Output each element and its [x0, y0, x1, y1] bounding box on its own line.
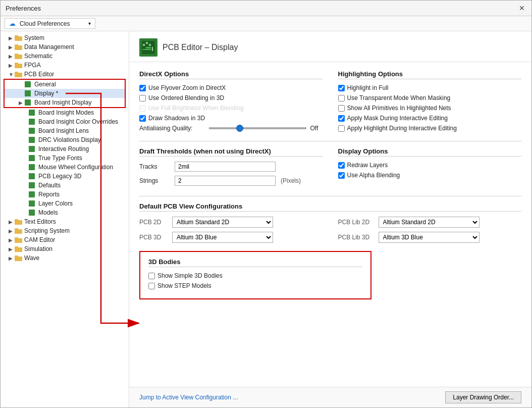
ordered-blending-label[interactable]: Use Ordered Blending in 3D: [148, 94, 224, 101]
option-row-apply-mask: Apply Mask During Interactive Editing: [338, 115, 522, 122]
sidebar-item-system[interactable]: ▶ System: [1, 33, 129, 42]
cloud-icon: ☁: [9, 20, 16, 27]
display-options-title: Display Options: [338, 147, 522, 157]
jump-to-view-link[interactable]: Jump to Active View Configuration ...: [139, 394, 238, 401]
pcb-editor-icon: [139, 38, 157, 57]
sidebar-item-wave[interactable]: ▶ Wave: [1, 253, 129, 263]
sidebar-label: Simulation: [24, 245, 52, 252]
tracks-input[interactable]: [175, 162, 276, 172]
sidebar-item-cam-editor[interactable]: ▶ CAM Editor: [1, 235, 129, 244]
apply-mask-label[interactable]: Apply Mask During Interactive Editing: [347, 115, 448, 122]
sidebar-label: Mouse Wheel Configuration: [38, 164, 113, 171]
apply-highlight-label[interactable]: Apply Highlight During Interactive Editi…: [347, 125, 457, 132]
apply-highlight-checkbox[interactable]: [338, 125, 345, 132]
show-all-primitives-label[interactable]: Show All Primitives In Highlighted Nets: [347, 105, 451, 112]
layer-drawing-order-button[interactable]: Layer Drawing Order...: [445, 391, 521, 403]
antialiasing-slider[interactable]: [209, 127, 306, 129]
pcb-3d-select[interactable]: Altium 3D Blue Altium 3D Black: [172, 232, 273, 243]
strings-input[interactable]: [175, 176, 276, 186]
alpha-blending-label[interactable]: Use Alpha Blending: [347, 172, 400, 179]
draft-section: Draft Thresholds (when not using DirectX…: [139, 147, 323, 190]
show-step-models-label[interactable]: Show STEP Models: [157, 282, 211, 289]
svg-rect-25: [143, 49, 151, 50]
sidebar-item-display[interactable]: ▶ Display *: [5, 89, 125, 98]
alpha-blending-checkbox[interactable]: [338, 172, 345, 179]
show-step-models-checkbox[interactable]: [148, 283, 155, 289]
sidebar-item-schematic[interactable]: ▶ Schematic: [1, 52, 129, 61]
pcb-view-right: PCB Lib 2D Altium Standard 2D Altium Sta…: [338, 217, 522, 247]
expand-arrow: ▶: [9, 237, 15, 243]
pcb-lib-2d-select[interactable]: Altium Standard 2D Altium Standard 3D: [379, 217, 480, 228]
sidebar-item-mouse-wheel[interactable]: ▶ Mouse Wheel Configuration: [1, 163, 129, 172]
option-row-ordered-blending: Use Ordered Blending in 3D: [139, 94, 323, 101]
sidebar-item-pcb-editor[interactable]: ▼ PCB Editor: [1, 70, 129, 79]
sidebar-item-true-type-fonts[interactable]: ▶ True Type Fonts: [1, 154, 129, 163]
show-all-primitives-checkbox[interactable]: [338, 105, 345, 112]
cloud-preferences-dropdown[interactable]: ☁ Cloud Preferences ▾: [5, 18, 95, 29]
item-icon: [29, 155, 37, 162]
preferences-window: Preferences ✕ ☁ Cloud Preferences ▾ ▶ Sy…: [0, 0, 532, 408]
folder-icon: [15, 237, 23, 243]
expand-arrow: ▶: [19, 100, 25, 106]
apply-mask-checkbox[interactable]: [338, 115, 345, 122]
sidebar-item-defaults[interactable]: ▶ Defaults: [1, 181, 129, 190]
pcb-view-section: Default PCB View Configurations PCB 2D A…: [139, 202, 521, 247]
sidebar-item-drc-violations[interactable]: ▶ DRC Violations Display: [1, 135, 129, 144]
toolbar-bar: ☁ Cloud Preferences ▾: [1, 16, 531, 31]
sidebar-item-data-management[interactable]: ▶ Data Management: [1, 42, 129, 52]
highlight-full-checkbox[interactable]: [338, 85, 345, 91]
show-simple-3d-label[interactable]: Show Simple 3D Bodies: [157, 272, 223, 279]
item-icon: [29, 191, 37, 198]
draw-shadows-label[interactable]: Draw Shadows in 3D: [148, 115, 205, 122]
highlight-full-label[interactable]: Highlight in Full: [347, 84, 389, 91]
option-row-alpha-blending: Use Alpha Blending: [338, 172, 522, 179]
transparent-mode-checkbox[interactable]: [338, 95, 345, 101]
window-title: Preferences: [6, 5, 41, 12]
strings-unit: (Pixels): [281, 177, 301, 184]
svg-rect-15: [15, 237, 18, 239]
redraw-layers-label[interactable]: Redraw Layers: [347, 162, 388, 169]
cloud-dropdown-label: Cloud Preferences: [18, 20, 86, 27]
flyover-zoom-checkbox[interactable]: [139, 85, 146, 91]
sidebar-item-board-insight-display[interactable]: ▶ Board Insight Display: [5, 98, 125, 107]
folder-icon: [15, 255, 23, 261]
sidebar-item-board-insight-color-overrides[interactable]: ▶ Board Insight Color Overrides: [1, 117, 129, 126]
svg-rect-19: [15, 256, 18, 258]
sidebar-label: Wave: [24, 254, 39, 262]
content-header: PCB Editor – Display: [129, 31, 531, 62]
expand-arrow: ▶: [9, 256, 15, 261]
pcb-2d-row: PCB 2D Altium Standard 2D Altium Standar…: [139, 217, 323, 228]
flyover-zoom-label[interactable]: Use Flyover Zoom in DirectX: [148, 84, 226, 91]
item-icon: [29, 127, 37, 134]
pcb-2d-select[interactable]: Altium Standard 2D Altium Standard 3D: [172, 217, 273, 228]
transparent-mode-label[interactable]: Use Transparent Mode When Masking: [347, 94, 451, 101]
draw-shadows-checkbox[interactable]: [139, 115, 146, 122]
tracks-label: Tracks: [139, 163, 170, 170]
sidebar-item-layer-colors[interactable]: ▶ Layer Colors: [1, 199, 129, 208]
sidebar-item-reports[interactable]: ▶ Reports: [1, 190, 129, 199]
sidebar-label: System: [24, 34, 44, 41]
strings-row: Strings (Pixels): [139, 176, 323, 186]
sidebar-label: General: [34, 81, 56, 88]
option-row-draw-shadows: Draw Shadows in 3D: [139, 115, 323, 122]
sidebar-item-board-insight-modes[interactable]: ▶ Board Insight Modes: [1, 108, 129, 117]
show-simple-3d-checkbox[interactable]: [148, 273, 155, 279]
sidebar-label: Text Editors: [24, 218, 56, 225]
pcb-lib-3d-select[interactable]: Altium 3D Blue Altium 3D Black: [379, 232, 480, 243]
redraw-layers-checkbox[interactable]: [338, 162, 345, 169]
sidebar-item-simulation[interactable]: ▶ Simulation: [1, 244, 129, 253]
close-button[interactable]: ✕: [517, 4, 526, 13]
ordered-blending-checkbox[interactable]: [139, 95, 146, 101]
sidebar-label: Board Insight Modes: [38, 109, 94, 116]
sidebar-label: Models: [38, 209, 58, 216]
sidebar-item-text-editors[interactable]: ▶ Text Editors: [1, 217, 129, 226]
sidebar-item-interactive-routing[interactable]: ▶ Interactive Routing: [1, 144, 129, 154]
sidebar-item-general[interactable]: ▶ General: [5, 80, 125, 89]
sidebar-item-models[interactable]: ▶ Models: [1, 208, 129, 217]
sidebar-label: Layer Colors: [38, 200, 73, 207]
sidebar-item-scripting[interactable]: ▶ Scripting System: [1, 226, 129, 235]
sidebar-item-fpga[interactable]: ▶ FPGA: [1, 61, 129, 70]
sidebar-item-board-insight-lens[interactable]: ▶ Board Insight Lens: [1, 126, 129, 135]
sidebar-item-pcb-legacy-3d[interactable]: ▶ PCB Legacy 3D: [1, 172, 129, 181]
pcb-view-title: Default PCB View Configurations: [139, 202, 521, 212]
